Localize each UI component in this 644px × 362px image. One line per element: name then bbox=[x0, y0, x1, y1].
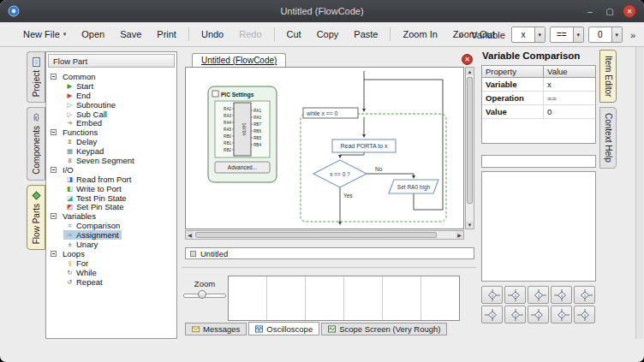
comparison-template-2-button[interactable]: x bbox=[504, 286, 526, 304]
toolbar-button-open[interactable]: Open bbox=[74, 27, 112, 42]
chevron-down-icon[interactable]: ▾ bbox=[534, 27, 545, 42]
minimize-button[interactable]: – bbox=[583, 4, 597, 18]
toolbar-button-copy[interactable]: Copy bbox=[309, 27, 347, 42]
tree-item-seven-segment[interactable]: 8Seven Segment bbox=[51, 156, 176, 165]
tree-section-variables[interactable]: Variables bbox=[51, 211, 176, 221]
comparison-template-4-button[interactable]: x bbox=[551, 286, 572, 304]
toolbar-button-redo[interactable]: Redo bbox=[231, 27, 269, 42]
tree-item-unary[interactable]: ±Unary bbox=[51, 240, 176, 249]
tree-section-common[interactable]: Common bbox=[51, 72, 176, 81]
scroll-down-icon[interactable]: ▼ bbox=[466, 221, 474, 228]
expander-icon[interactable] bbox=[51, 213, 57, 219]
combo-variable[interactable]: x▾ bbox=[511, 27, 546, 43]
value-cell[interactable]: == bbox=[544, 92, 595, 104]
expander-icon[interactable] bbox=[51, 167, 57, 173]
comparison-template-5-button[interactable]: x bbox=[574, 286, 595, 304]
tab-flow-parts[interactable]: Flow Parts bbox=[27, 185, 45, 250]
tree-item-end[interactable]: ▶End bbox=[51, 91, 176, 100]
tree-item-embed[interactable]: ➔Embed bbox=[51, 118, 176, 128]
comparison-template-1-button[interactable]: x bbox=[481, 286, 503, 304]
tree-item-delay[interactable]: ⧗Delay bbox=[51, 137, 176, 146]
tab-messages[interactable]: Messages bbox=[185, 323, 247, 335]
tab-oscilloscope[interactable]: Oscilloscope bbox=[248, 322, 319, 335]
toolbar-button-cut[interactable]: Cut bbox=[279, 27, 309, 42]
document-tab[interactable]: Untitled (FlowCode) bbox=[192, 53, 286, 67]
comparison-template-6-button[interactable]: x bbox=[481, 306, 503, 323]
tree-item-write-to-port[interactable]: ◧Write to Port bbox=[51, 184, 176, 193]
right-scrollbar[interactable] bbox=[635, 47, 643, 339]
comparison-icon: = bbox=[66, 222, 74, 229]
tab-project[interactable]: Project bbox=[27, 51, 45, 103]
hscroll-thumb[interactable] bbox=[195, 232, 437, 238]
tree-item-test-pin-state[interactable]: ◪Test Pin State bbox=[51, 193, 176, 203]
item-editor-listbox[interactable] bbox=[481, 171, 596, 282]
tree-item-set-pin-state[interactable]: ◩Set Pin State bbox=[51, 202, 176, 211]
property-column-header[interactable]: Property bbox=[482, 66, 544, 78]
combo-operation[interactable]: ==▾ bbox=[550, 27, 584, 43]
tab-context-help[interactable]: Context Help bbox=[599, 107, 617, 169]
tree-item-subroutine[interactable]: ▷Subroutine bbox=[51, 100, 176, 110]
tree-item-keypad[interactable]: ▦Keypad bbox=[51, 146, 176, 156]
while-loop-region[interactable] bbox=[301, 114, 446, 222]
zoom-slider-thumb[interactable] bbox=[198, 290, 206, 299]
tree-section-i-o[interactable]: I/O bbox=[51, 165, 176, 175]
expander-icon[interactable] bbox=[51, 251, 57, 257]
expander-icon[interactable] bbox=[51, 74, 57, 80]
toolbar-button-save[interactable]: Save bbox=[112, 27, 149, 42]
comparison-template-3-button[interactable]: x bbox=[528, 286, 549, 304]
expression-input[interactable] bbox=[481, 155, 596, 168]
comparison-template-10-button[interactable]: x bbox=[574, 306, 595, 323]
tree-section-functions[interactable]: Functions bbox=[51, 128, 176, 137]
pic-settings-checkbox[interactable] bbox=[212, 91, 218, 97]
value-column-header[interactable]: Value bbox=[544, 66, 595, 78]
close-button[interactable]: ✕ bbox=[623, 4, 636, 18]
sheet-tab-bar[interactable]: Untitled bbox=[185, 247, 474, 259]
tree-item-repeat[interactable]: ↺Repeat bbox=[51, 277, 176, 287]
value-cell[interactable]: x bbox=[544, 78, 595, 91]
comparison-template-7-button[interactable]: x bbox=[504, 306, 526, 323]
toolbar-button-new-file[interactable]: New File▾ bbox=[15, 27, 74, 42]
tree-item-assignment[interactable]: ≔Assignment bbox=[51, 230, 176, 240]
tree-item-start[interactable]: ▶Start bbox=[51, 81, 176, 91]
tab-scope-screen-very-rough[interactable]: Scope Screen (Very Rough) bbox=[321, 323, 447, 335]
toolbar-button-zoom-in[interactable]: Zoom In bbox=[395, 27, 444, 42]
tree-item-while[interactable]: ↻While bbox=[51, 268, 176, 277]
tab-components[interactable]: Components bbox=[27, 107, 45, 181]
property-table-rows: VariablexOperation==Value0 bbox=[482, 78, 595, 119]
scroll-left-icon[interactable]: ◀ bbox=[186, 231, 194, 239]
expander-icon[interactable] bbox=[51, 129, 57, 135]
canvas-vscrollbar[interactable]: ▲ ▼ bbox=[465, 67, 474, 229]
comparison-template-8-button[interactable]: x bbox=[528, 306, 549, 323]
combo-value[interactable]: 0▾ bbox=[588, 27, 623, 43]
flow-part-header[interactable]: Flow Part bbox=[48, 54, 175, 68]
chevron-down-icon[interactable]: ▾ bbox=[573, 27, 583, 42]
pic-pin-label: RB0 bbox=[224, 134, 231, 139]
toolbar-button-print[interactable]: Print bbox=[149, 27, 184, 42]
maximize-button[interactable]: ▢ bbox=[603, 4, 617, 18]
comparison-template-9-button[interactable]: x bbox=[551, 306, 572, 323]
tree-item-for[interactable]: §For bbox=[51, 258, 176, 268]
tree-item-read-from-port[interactable]: ◨Read from Port bbox=[51, 175, 176, 184]
canvas-hscrollbar[interactable]: ◀ ▶ bbox=[185, 230, 464, 240]
chevron-down-icon[interactable]: ▾ bbox=[611, 27, 622, 42]
scroll-right-icon[interactable]: ▶ bbox=[456, 231, 463, 239]
tree-item-comparison[interactable]: =Comparison bbox=[51, 221, 176, 230]
property-cell[interactable]: Value bbox=[482, 105, 544, 118]
scroll-up-icon[interactable]: ▲ bbox=[466, 68, 474, 75]
zoom-slider[interactable] bbox=[183, 290, 226, 300]
tab-item-editor[interactable]: Item Editor bbox=[599, 50, 617, 103]
property-cell[interactable]: Operation bbox=[482, 92, 544, 104]
panel-overflow-icon[interactable]: » bbox=[629, 30, 637, 40]
toolbar-overflow-icon[interactable]: » bbox=[456, 30, 465, 40]
vscroll-thumb[interactable] bbox=[467, 77, 473, 204]
toolbar-button-paste[interactable]: Paste bbox=[346, 27, 385, 42]
flowchart-canvas[interactable]: PIC Settings 16F84 RA2RA3RA4RA5RB0RB1RB2… bbox=[185, 67, 464, 229]
value-cell[interactable]: 0 bbox=[544, 105, 595, 118]
toolbar-button-label: Print bbox=[157, 29, 176, 39]
pic-settings-node[interactable]: PIC Settings 16F84 RA2RA3RA4RA5RB0RB1RB2… bbox=[208, 86, 277, 182]
tree-item-sub-call[interactable]: ▷Sub Call bbox=[51, 110, 176, 119]
property-cell[interactable]: Variable bbox=[482, 78, 544, 91]
toolbar-button-undo[interactable]: Undo bbox=[194, 27, 231, 42]
close-document-icon[interactable]: ✕ bbox=[462, 54, 473, 65]
tree-section-loops[interactable]: Loops bbox=[51, 249, 176, 258]
